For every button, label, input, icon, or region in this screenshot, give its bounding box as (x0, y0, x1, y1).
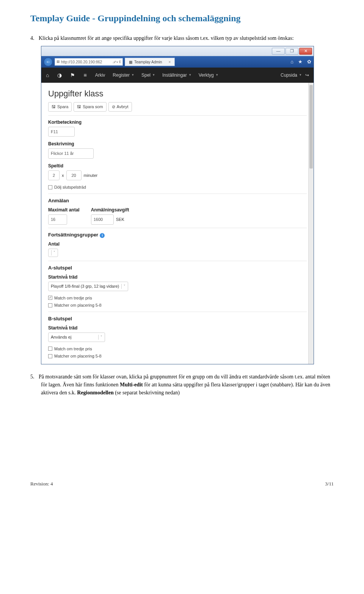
address-bar[interactable]: ▦ http://10.200.20.190:862 𝒫 ▾ ¢ (55, 58, 123, 66)
avgift-currency: SEK (116, 216, 124, 223)
step4-text: Klicka på klassnumret för att ange speci… (39, 35, 294, 41)
a-startniva-group: Startnivå träd Playoff 1/8-final (3 grp,… (48, 274, 307, 291)
b-tredje-checkbox[interactable]: Match om tredje pris (48, 346, 307, 352)
step-4: 4.Klicka på klassnumret för att ange spe… (41, 34, 334, 42)
cancel-button[interactable]: ⊘Avbryt (108, 102, 132, 112)
checkbox-box-checked: ✓ (48, 296, 52, 300)
kortbeteckning-group: Kortbeteckning F11 (48, 119, 307, 137)
divider (48, 312, 307, 312)
page-number: 3/11 (325, 480, 334, 488)
divider (48, 115, 307, 116)
b-58-checkbox[interactable]: Matcher om placering 5-8 (48, 353, 307, 359)
nav-verktyg[interactable]: Verktyg (199, 72, 218, 79)
checkbox-box (48, 185, 52, 189)
a-58-checkbox[interactable]: Matcher om placering 5-8 (48, 302, 307, 309)
kortbeteckning-label: Kortbeteckning (48, 119, 307, 126)
window-close-button[interactable]: ✕ (299, 48, 312, 55)
nav-installningar[interactable]: Inställningar (162, 72, 191, 79)
tab-title: Teamplay Admin (134, 59, 162, 65)
maxantal-group: Maximalt antal 16 (48, 206, 80, 225)
revision-text: Revision: 4 (30, 480, 53, 488)
nav-spel[interactable]: Spel (141, 72, 155, 79)
save-as-button[interactable]: 🖫Spara som (74, 102, 106, 112)
browser-toolbar: ← ▦ http://10.200.20.190:862 𝒫 ▾ ¢ ▦ Tea… (41, 56, 314, 68)
maxantal-input[interactable]: 16 (48, 214, 67, 225)
a-58-label: Matcher om placering 5-8 (54, 302, 102, 309)
scrollbar[interactable] (308, 83, 314, 364)
save-button[interactable]: 🖫Spara (48, 102, 72, 112)
kortbeteckning-input[interactable]: F11 (48, 127, 75, 137)
window-maximize-button[interactable]: ❐ (286, 48, 298, 55)
fortsattning-heading: Fortsättningsgrupperi (48, 231, 307, 239)
nav-register[interactable]: Register (113, 72, 134, 79)
step5-text-e: (se separat beskrivning nedan) (114, 390, 180, 395)
nav-user-icon[interactable]: ◑ (57, 71, 62, 79)
aslutspel-heading: A-slutspel (48, 264, 307, 272)
bslutspel-heading: B-slutspel (48, 315, 307, 323)
tools-icon[interactable]: ✿ (307, 58, 311, 66)
home-icon[interactable]: ⌂ (290, 58, 293, 66)
page-icon: ▦ (56, 59, 60, 65)
browser-tab[interactable]: ▦ Teamplay Admin × (125, 58, 175, 66)
doc-title: Templay Guide - Gruppindelning och schem… (30, 11, 334, 25)
a-tredje-checkbox[interactable]: ✓ Match om tredje pris (48, 295, 307, 301)
step5-num: 5. (30, 373, 39, 381)
checkbox-box (48, 347, 52, 351)
antal-select[interactable]: ˅ (48, 249, 58, 257)
form-body: Uppgifter klass 🖫Spara 🖫Spara som ⊘Avbry… (41, 83, 314, 364)
avgift-input[interactable]: 1600 (91, 214, 114, 225)
checkbox-box (48, 303, 52, 307)
tab-close-icon[interactable]: × (168, 59, 171, 65)
nav-list-icon[interactable]: ≡ (83, 71, 86, 79)
screenshot: — ❐ ✕ ← ▦ http://10.200.20.190:862 𝒫 ▾ ¢… (41, 46, 334, 364)
browser-back-button[interactable]: ← (44, 57, 53, 66)
favorites-icon[interactable]: ★ (298, 58, 303, 66)
speltid-unit: minuter (84, 172, 98, 179)
speltid-halves-input[interactable]: 2 (48, 170, 60, 181)
beskrivning-label: Beskrivning (48, 140, 307, 147)
dolj-checkbox[interactable]: Dölj slutspelsträd (48, 184, 307, 191)
tab-icon: ▦ (129, 59, 132, 65)
page-title: Uppgifter klass (48, 87, 307, 100)
a-startniva-label: Startnivå träd (48, 274, 307, 280)
scrollbar-thumb[interactable] (309, 85, 313, 169)
a-tredje-label: Match om tredje pris (54, 295, 92, 301)
step4-num: 4. (30, 34, 39, 42)
cancel-icon: ⊘ (112, 104, 115, 110)
a-startniva-select[interactable]: Playoff 1/8-final (3 grp, 12 lag vidare)… (48, 282, 128, 291)
action-buttons: 🖫Spara 🖫Spara som ⊘Avbryt (48, 102, 307, 112)
speltid-minutes-input[interactable]: 20 (66, 170, 82, 181)
step-5: 5.På motsvarande sätt som för klasser ov… (41, 373, 334, 397)
nav-flag-icon[interactable]: ⚑ (70, 71, 75, 79)
divider (48, 261, 307, 261)
save-icon: 🖫 (52, 104, 56, 110)
divider (48, 228, 307, 228)
info-icon[interactable]: i (100, 233, 105, 238)
url-text: http://10.200.20.190:862 (61, 59, 102, 65)
speltid-group: Speltid 2 x 20 minuter (48, 162, 307, 181)
b-startniva-label: Startnivå träd (48, 325, 307, 331)
page-footer: Revision: 4 3/11 (30, 480, 334, 488)
checkbox-box (48, 354, 52, 358)
window-titlebar: — ❐ ✕ (41, 46, 314, 56)
avgift-group: Anmälningsavgift 1600 SEK (91, 206, 129, 225)
save-as-icon: 🖫 (77, 104, 81, 110)
b-58-label: Matcher om placering 5-8 (54, 353, 102, 359)
b-startniva-select[interactable]: Används ej˅ (48, 332, 105, 342)
nav-arkiv[interactable]: Arkiv (95, 72, 105, 79)
b-tredje-label: Match om tredje pris (54, 346, 92, 352)
antal-label: Antal (48, 241, 307, 247)
beskrivning-input[interactable]: Flickor 11 år (48, 148, 94, 159)
speltid-x: x (62, 172, 64, 179)
step5-regionmodellen: Regionmodellen (77, 390, 113, 395)
speltid-label: Speltid (48, 162, 307, 169)
antal-group: Antal ˅ (48, 241, 307, 257)
b-startniva-group: Startnivå träd Används ej˅ (48, 325, 307, 342)
dolj-label: Dölj slutspelsträd (54, 184, 86, 191)
step5-multiedit: Multi-edit (120, 382, 143, 388)
nav-cupsida[interactable]: Cupsida (281, 72, 301, 79)
beskrivning-group: Beskrivning Flickor 11 år (48, 140, 307, 159)
nav-home-icon[interactable]: ⌂ (46, 71, 49, 79)
nav-exit-icon[interactable]: ↪ (305, 72, 309, 79)
window-minimize-button[interactable]: — (272, 48, 285, 55)
